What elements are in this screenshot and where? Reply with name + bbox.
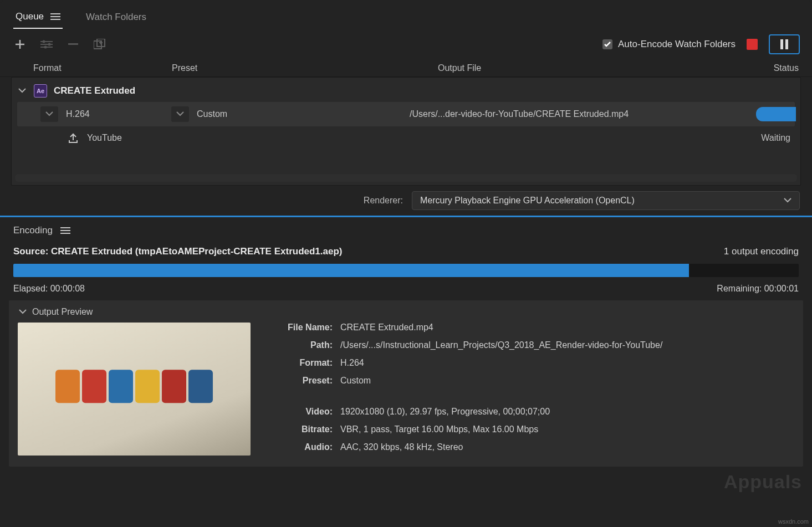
remaining-time: Remaining: 00:00:01 xyxy=(717,284,799,294)
preset-dropdown[interactable] xyxy=(171,106,189,122)
label-format: Format: xyxy=(266,358,333,371)
value-path: /Users/...s/Instructional_Learn_Projects… xyxy=(340,340,794,354)
source-tag: wsxdn.com xyxy=(778,518,809,525)
renderer-label: Renderer: xyxy=(364,196,403,206)
encoding-progress-fill xyxy=(13,264,689,277)
ae-badge-icon: Ae xyxy=(34,84,47,98)
svg-point-1 xyxy=(48,43,51,46)
label-path: Path: xyxy=(266,340,333,354)
check-icon xyxy=(602,39,612,49)
value-bitrate: VBR, 1 pass, Target 16.00 Mbps, Max 16.0… xyxy=(340,424,794,438)
publish-status: Waiting xyxy=(761,133,795,143)
encoding-progress-bar xyxy=(13,264,799,277)
watermark: Appuals xyxy=(724,471,802,493)
preview-title: Output Preview xyxy=(32,307,93,317)
label-video: Video: xyxy=(266,407,333,420)
svg-rect-7 xyxy=(785,39,788,49)
chevron-down-icon[interactable] xyxy=(17,86,27,96)
label-filename: File Name: xyxy=(266,323,333,336)
duplicate-button[interactable] xyxy=(92,37,108,52)
col-preset: Preset xyxy=(172,63,438,73)
svg-rect-6 xyxy=(780,39,783,49)
col-format: Format xyxy=(33,63,172,73)
value-video: 1920x1080 (1.0), 29.97 fps, Progressive,… xyxy=(340,407,794,420)
encoding-outputs: 1 output encoding xyxy=(724,246,799,257)
queue-item[interactable]: Ae CREATE Extruded H.264 Custom /Users/.… xyxy=(12,78,800,152)
label-audio: Audio: xyxy=(266,442,333,456)
tab-queue-label: Queue xyxy=(16,11,44,22)
preview-thumbnail xyxy=(18,323,251,456)
hamburger-icon[interactable] xyxy=(60,227,70,234)
col-status: Status xyxy=(754,63,799,73)
output-row[interactable]: H.264 Custom /Users/...der-video-for-You… xyxy=(17,102,795,126)
settings-icon[interactable] xyxy=(39,37,54,52)
output-path[interactable]: /Users/...der-video-for-YouTube/CREATE E… xyxy=(410,109,756,119)
svg-rect-3 xyxy=(68,43,78,45)
add-source-button[interactable] xyxy=(12,37,28,52)
tab-watch-folders[interactable]: Watch Folders xyxy=(84,7,149,28)
label-bitrate: Bitrate: xyxy=(266,424,333,438)
stop-button[interactable] xyxy=(747,39,758,50)
preset-value[interactable]: Custom xyxy=(197,109,227,119)
upload-icon xyxy=(67,132,79,144)
auto-encode-checkbox[interactable]: Auto-Encode Watch Folders xyxy=(602,39,736,50)
label-preset: Preset: xyxy=(266,376,333,389)
value-audio: AAC, 320 kbps, 48 kHz, Stereo xyxy=(340,442,794,456)
tab-queue[interactable]: Queue xyxy=(13,7,63,29)
format-dropdown[interactable] xyxy=(40,106,58,122)
auto-encode-label: Auto-Encode Watch Folders xyxy=(618,39,736,50)
queue-list: Ae CREATE Extruded H.264 Custom /Users/.… xyxy=(11,77,801,186)
status-progress xyxy=(756,107,796,121)
publish-target: YouTube xyxy=(87,133,761,143)
encoding-source: Source: CREATE Extruded (tmpAEtoAMEProje… xyxy=(13,246,343,257)
svg-point-2 xyxy=(44,46,47,49)
value-filename: CREATE Extruded.mp4 xyxy=(340,323,794,336)
elapsed-time: Elapsed: 00:00:08 xyxy=(13,284,85,294)
renderer-selected: Mercury Playback Engine GPU Acceleration… xyxy=(420,196,635,206)
value-preset: Custom xyxy=(340,376,794,389)
renderer-select[interactable]: Mercury Playback Engine GPU Acceleration… xyxy=(412,191,800,210)
scrollbar[interactable] xyxy=(15,174,797,182)
tab-watch-folders-label: Watch Folders xyxy=(86,12,146,23)
source-name: CREATE Extruded xyxy=(54,85,135,96)
hamburger-icon[interactable] xyxy=(50,13,60,20)
encoding-title: Encoding xyxy=(13,225,53,236)
pause-button[interactable] xyxy=(769,34,800,54)
value-format: H.264 xyxy=(340,358,794,371)
svg-point-0 xyxy=(43,40,45,43)
column-headers: Format Preset Output File Status xyxy=(0,60,812,77)
chevron-down-icon[interactable] xyxy=(18,307,28,317)
remove-button[interactable] xyxy=(65,37,81,52)
chevron-down-icon xyxy=(784,196,791,206)
col-output: Output File xyxy=(438,63,754,73)
format-value[interactable]: H.264 xyxy=(66,109,171,119)
publish-row[interactable]: YouTube Waiting xyxy=(17,127,795,149)
preview-metadata: File Name: CREATE Extruded.mp4 Path: /Us… xyxy=(266,323,794,456)
